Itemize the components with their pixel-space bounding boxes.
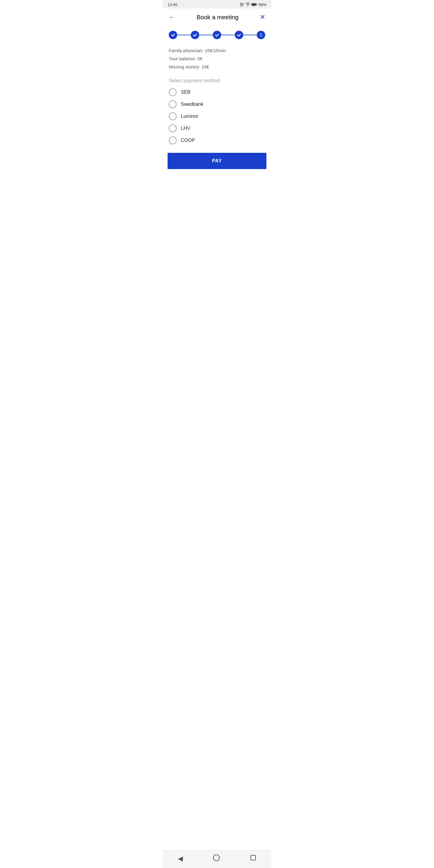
step-line-1 <box>177 35 191 35</box>
status-time: 13:40 <box>167 2 178 7</box>
payment-options: SEB Swedbank Luminor LHV COOP <box>163 88 271 144</box>
payment-label-coop: COOP <box>181 138 195 143</box>
step-2 <box>191 31 199 39</box>
payment-option-seb[interactable]: SEB <box>169 88 265 96</box>
check-icon-4 <box>237 33 241 37</box>
step-3 <box>213 31 221 39</box>
payment-option-swedbank[interactable]: Swedbank <box>169 100 265 108</box>
toolbar: ← Book a meeting ✕ <box>163 8 271 26</box>
radio-seb[interactable] <box>169 88 177 96</box>
payment-label-luminor: Luminor <box>181 114 198 119</box>
payment-option-lhv[interactable]: LHV <box>169 124 265 132</box>
status-bar: 13:40 96% <box>163 0 271 8</box>
step-4 <box>235 31 243 39</box>
step-5-active: 5 <box>257 31 265 39</box>
step-line-3 <box>221 35 235 35</box>
info-line-1: Family physician: 15€/15min <box>169 46 265 55</box>
payment-label-swedbank: Swedbank <box>181 101 204 107</box>
check-icon-3 <box>215 33 219 37</box>
pay-button[interactable]: PAY <box>167 153 267 169</box>
radio-swedbank[interactable] <box>169 100 177 108</box>
radio-luminor[interactable] <box>169 113 177 120</box>
wifi-icon <box>245 2 250 7</box>
step-line-2 <box>199 35 213 35</box>
payment-label-lhv: LHV <box>181 126 190 131</box>
radio-coop[interactable] <box>169 136 177 144</box>
payment-option-luminor[interactable]: Luminor <box>169 113 265 120</box>
back-button[interactable]: ← <box>167 12 177 22</box>
svg-rect-4 <box>256 4 257 5</box>
info-line-2: Your balance: 0€ <box>169 55 265 63</box>
status-icons: 96% <box>239 2 267 7</box>
close-button[interactable]: ✕ <box>258 12 267 22</box>
check-icon-1 <box>171 33 175 37</box>
info-text: Family physician: 15€/15min Your balance… <box>169 46 265 71</box>
payment-label-seb: SEB <box>181 90 190 95</box>
info-section: Family physician: 15€/15min Your balance… <box>163 44 271 76</box>
step-1 <box>169 31 177 39</box>
alarm-icon <box>239 2 244 7</box>
page-title: Book a meeting <box>197 14 239 21</box>
step-line-4 <box>243 35 257 35</box>
battery-icon <box>251 2 257 7</box>
payment-label: Select payment method: <box>163 76 271 88</box>
check-icon-2 <box>193 33 197 37</box>
svg-point-1 <box>247 6 248 6</box>
svg-rect-3 <box>252 4 256 5</box>
radio-lhv[interactable] <box>169 124 177 132</box>
battery-percent: 96% <box>258 2 267 7</box>
stepper: 5 <box>163 26 271 44</box>
info-line-3: Missing money: 15€ <box>169 63 265 71</box>
payment-option-coop[interactable]: COOP <box>169 136 265 144</box>
